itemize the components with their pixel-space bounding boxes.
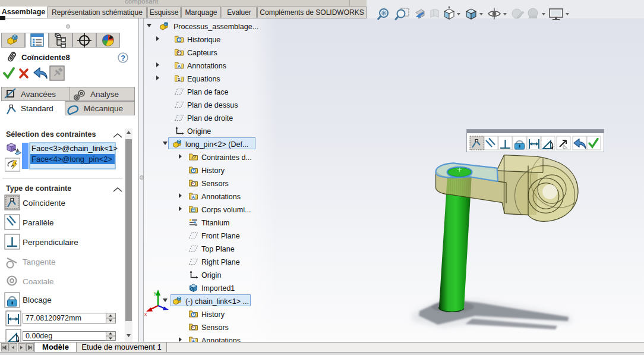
svg-text:A: A (192, 194, 195, 200)
svg-text:A: A (178, 64, 181, 69)
svg-text:Σ: Σ (178, 77, 181, 82)
